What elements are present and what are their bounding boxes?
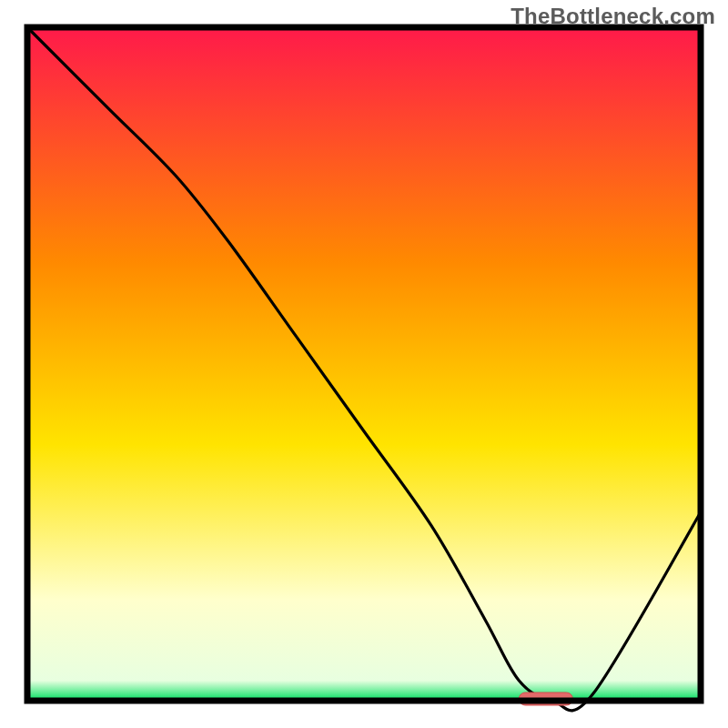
bottleneck-chart [0,0,728,728]
chart-container: { "watermark": "TheBottleneck.com", "col… [0,0,728,728]
